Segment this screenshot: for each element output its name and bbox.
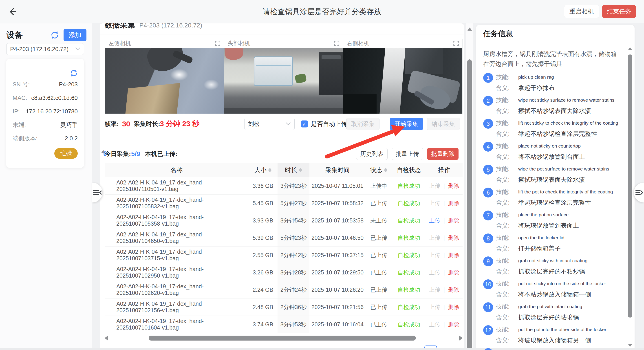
right-camera-feed	[343, 48, 462, 114]
skill-label: 技能:	[496, 73, 516, 83]
delete-link[interactable]: 删除	[448, 217, 459, 224]
camera-grid: 左侧相机头部相机右侧相机	[105, 39, 462, 114]
delete-link[interactable]: 删除	[448, 286, 459, 293]
recordings-table: 名称大小时长采集时间状态自检状态操作 A02-A02-H-K-04-19_17-…	[105, 163, 462, 333]
sort-asc-icon[interactable]	[384, 168, 387, 170]
column-header-label: 采集时间	[325, 166, 350, 174]
restart-camera-button[interactable]: 重启相机	[564, 5, 599, 18]
batch-delete-button[interactable]: 批量删除	[427, 148, 458, 160]
ops-divider: |	[444, 304, 445, 310]
duration-cell: 3分钟53秒	[278, 316, 310, 333]
file-name-cell: A02-A02-H-K-04-19_17-dex_hand-2025100710…	[105, 264, 248, 281]
duration-cell: 2分钟42秒	[278, 247, 310, 264]
task-scroll-up-icon[interactable]	[628, 47, 632, 50]
skill-item: 6技能:lift the pot to check the integrity …	[483, 188, 620, 207]
fullscreen-icon[interactable]	[334, 40, 340, 47]
delete-link[interactable]: 删除	[448, 251, 459, 259]
meaning-text: 将不粘炒锅放入储物箱一侧	[518, 290, 620, 299]
upload-link: 上传	[429, 303, 440, 311]
meaning-label: 含义:	[496, 130, 516, 138]
end-task-button[interactable]: 结束任务	[602, 5, 636, 18]
refresh-devices-icon[interactable]	[50, 30, 60, 40]
collect-time-cell: 2025-10-07 10:58:32	[310, 195, 366, 212]
file-name-cell: A02-A02-H-K-04-19_17-dex_hand-2025100710…	[105, 229, 248, 246]
operations-cell: 上传|删除	[426, 316, 462, 333]
delete-link[interactable]: 删除	[448, 234, 459, 242]
meaning-text: 擦拭珐琅锅表面去除水渍	[518, 176, 620, 184]
vertical-scroll-thumb[interactable]	[467, 59, 472, 350]
delete-link[interactable]: 删除	[448, 200, 459, 207]
column-header-5[interactable]: 状态	[366, 163, 392, 177]
scroll-up-icon[interactable]	[468, 28, 472, 31]
delete-link[interactable]: 删除	[448, 303, 459, 311]
device-select[interactable]: P4-203 (172.16.20.72)	[6, 43, 84, 55]
operator-select[interactable]: 刘松	[244, 118, 294, 130]
fps-label: 帧率:	[105, 120, 119, 128]
task-scroll-down-icon[interactable]	[628, 344, 632, 347]
ops-divider: |	[444, 269, 445, 276]
auto-upload-label: 是否自动上传	[311, 120, 347, 128]
skill-item: 5技能:wipe the pot surface to remove water…	[483, 165, 620, 184]
sort-carets-icon[interactable]	[268, 168, 272, 172]
horizontal-scroll-thumb[interactable]	[149, 335, 416, 340]
delete-link[interactable]: 删除	[448, 182, 459, 190]
fullscreen-icon[interactable]	[214, 40, 221, 47]
ops-divider: |	[444, 321, 445, 328]
upload-link[interactable]: 上传	[429, 217, 440, 224]
right-camera-label: 右侧相机	[347, 40, 453, 47]
sort-asc-icon[interactable]	[268, 168, 272, 170]
skill-number-badge: 5	[483, 165, 493, 174]
duration-cell: 5分钟27秒	[278, 195, 310, 212]
meaning-label: 含义:	[496, 313, 516, 322]
file-name-cell: A02-A02-H-K-04-19_17-dex_hand-2025100710…	[105, 298, 248, 316]
skill-text: lift not sticky to check the integrity o…	[518, 119, 620, 129]
duration-cell: 5分钟23秒	[278, 229, 310, 246]
horizontal-scroll-track[interactable]	[110, 335, 457, 340]
skill-item: 9技能:grab not sticky with intact coating含…	[483, 256, 620, 276]
skill-number-badge: 2	[483, 96, 493, 106]
column-header-label: 自检状态	[397, 166, 421, 174]
auto-upload-checkbox[interactable]: ✓	[301, 121, 308, 127]
collapse-right-panel-handle[interactable]	[634, 183, 644, 203]
uploaded-count-label: 本机已上传:	[145, 150, 178, 158]
sort-asc-icon[interactable]	[299, 168, 302, 170]
batch-upload-button[interactable]: 批量上传	[392, 148, 423, 160]
file-name-cell: A02-A02-H-K-04-19_17-dex_hand-2025100711…	[105, 177, 248, 194]
column-header-3[interactable]: 时长	[278, 163, 310, 177]
delete-link[interactable]: 删除	[448, 321, 459, 328]
meaning-text: 举起珐琅锅检查涂层完整性	[518, 198, 620, 207]
history-list-button[interactable]: 历史列表	[356, 148, 388, 160]
refresh-device-info-icon[interactable]	[70, 69, 78, 77]
sort-desc-icon[interactable]	[384, 170, 387, 172]
duration-label: 采集时长:	[134, 120, 160, 128]
upload-link: 上传	[429, 251, 440, 259]
task-info-panel: 任务信息 厨房水槽旁，锅具刚清洗完毕表面有水渍，储物箱在旁边台面上，需先擦干锅具…	[476, 25, 634, 350]
upload-link: 上传	[429, 269, 440, 276]
device-field-label: IP:	[12, 107, 20, 115]
skill-number-badge: 1	[483, 73, 493, 83]
sort-carets-icon[interactable]	[384, 168, 387, 172]
skill-text: wipe the pot surface to remove water sta…	[518, 165, 620, 174]
column-header-2[interactable]: 大小	[248, 163, 278, 177]
skill-text: grab the pot with intact coating	[518, 302, 620, 312]
skill-list: 1技能:pick up clean rag含义:拿起干净抹布2技能:wipe n…	[483, 73, 620, 350]
upload-status-cell: 已上传	[366, 229, 392, 246]
delete-link[interactable]: 删除	[448, 269, 459, 276]
sort-carets-icon[interactable]	[299, 168, 302, 172]
fullscreen-icon[interactable]	[453, 40, 459, 47]
ops-divider: |	[444, 217, 445, 224]
ops-divider: |	[444, 235, 445, 241]
file-size-cell: 3.93 GB	[248, 212, 278, 229]
meaning-label: 含义:	[496, 152, 516, 161]
task-scroll-thumb[interactable]	[628, 54, 632, 318]
skill-number-badge: 7	[483, 211, 493, 220]
window-bottom-edge	[0, 348, 644, 350]
collect-time-cell: 2025-10-07 10:53:58	[310, 212, 366, 229]
sort-desc-icon[interactable]	[299, 170, 302, 172]
device-field: SN 号:P4-203	[12, 81, 78, 88]
scroll-down-icon[interactable]	[468, 344, 472, 347]
task-info-body: 厨房水槽旁，锅具刚清洗完毕表面有水渍，储物箱在旁边台面上，需先擦干锅具 1技能:…	[483, 43, 620, 350]
start-collection-button[interactable]: 开始采集	[390, 118, 423, 130]
sort-desc-icon[interactable]	[268, 170, 272, 172]
add-device-button[interactable]: 添加	[64, 29, 86, 41]
